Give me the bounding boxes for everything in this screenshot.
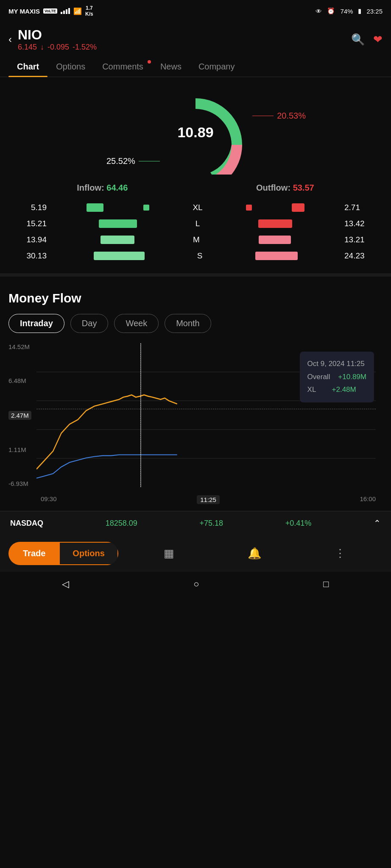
tab-company[interactable]: Company	[190, 57, 243, 77]
filter-intraday[interactable]: Intraday	[8, 314, 64, 333]
chart-x-labels: 09:30 11:25 16:00	[41, 495, 376, 504]
status-carrier: MY MAXIS VoLTE 📶 1.7 K/s	[8, 5, 93, 17]
comments-dot	[148, 60, 151, 64]
crosshair-vertical	[140, 343, 141, 487]
flow-row-s: 30.13 S 24.23	[13, 251, 378, 261]
back-button[interactable]: ‹	[8, 33, 12, 45]
battery-pct: 74%	[340, 8, 353, 15]
filter-week[interactable]: Week	[114, 314, 159, 333]
ticker-info: NIO 6.145 ↓ -0.095 -1.52%	[18, 27, 97, 52]
flow-row-xl: 5.19 XL 2.71	[13, 203, 378, 212]
flow-totals: Inflow: 64.46 Outflow: 53.57	[13, 183, 378, 193]
nasdaq-bar[interactable]: NASDAQ 18258.09 +75.18 +0.41% ⌃	[0, 511, 391, 535]
donut-section: 10.89 25.52% 20.53%	[0, 77, 391, 183]
money-flow-section: Money Flow Intraday Day Week Month 14.52…	[0, 281, 391, 511]
eye-icon: 👁	[316, 8, 322, 15]
donut-left-label: 25.52%	[106, 156, 160, 166]
options-button[interactable]: Options	[60, 542, 118, 565]
status-bar: MY MAXIS VoLTE 📶 1.7 K/s 👁 ⏰ 74% ▮ 23:25	[0, 0, 391, 22]
crosshair-horizontal	[36, 409, 376, 410]
money-flow-title: Money Flow	[8, 291, 383, 305]
flow-bars: 5.19 XL 2.71 15.21 L 13.42 13.94 M 13.21…	[13, 203, 378, 261]
flow-row-l: 15.21 L 13.42	[13, 219, 378, 228]
header-icons: 🔍 ❤	[351, 33, 383, 46]
time-filters: Intraday Day Week Month	[8, 314, 383, 333]
tab-options[interactable]: Options	[47, 57, 94, 77]
tab-news[interactable]: News	[152, 57, 190, 77]
nav-tabs: Chart Options Comments News Company	[0, 57, 391, 77]
nasdaq-chevron-icon[interactable]: ⌃	[374, 518, 381, 528]
flow-section: Inflow: 64.46 Outflow: 53.57 5.19 XL 2.7…	[0, 183, 391, 269]
alarm-icon: ⏰	[327, 7, 335, 15]
inflow-total: Inflow: 64.46	[77, 183, 128, 193]
outflow-total: Outflow: 53.57	[256, 183, 314, 193]
favorite-icon[interactable]: ❤	[373, 33, 383, 46]
clock: 23:25	[366, 8, 383, 15]
header: ‹ NIO 6.145 ↓ -0.095 -1.52% 🔍 ❤	[0, 22, 391, 57]
flow-row-m: 13.94 M 13.21	[13, 235, 378, 244]
nav-icons: ▦ 🔔 ⋮	[127, 547, 383, 560]
trade-options-group: Trade Options	[8, 542, 118, 565]
signal-bars	[61, 8, 70, 14]
system-nav: ◁ ○ □	[0, 572, 391, 596]
header-left: ‹ NIO 6.145 ↓ -0.095 -1.52%	[8, 27, 97, 52]
more-icon[interactable]: ⋮	[335, 547, 346, 560]
tab-comments[interactable]: Comments	[94, 57, 152, 77]
bottom-nav: Trade Options ▦ 🔔 ⋮	[0, 535, 391, 572]
chart-area: 14.52M 6.48M 2.47M 1.11M -6.93M Oct 9, 2…	[7, 343, 384, 504]
chart-y-labels: 14.52M 6.48M 2.47M 1.11M -6.93M	[8, 343, 31, 487]
watchlist-icon[interactable]: ▦	[164, 547, 174, 560]
trade-button[interactable]: Trade	[8, 542, 60, 565]
alerts-icon[interactable]: 🔔	[248, 547, 261, 560]
system-recent-button[interactable]: □	[323, 579, 329, 590]
system-home-button[interactable]: ○	[193, 579, 199, 590]
section-divider	[0, 273, 391, 277]
donut-right-label: 20.53%	[252, 111, 306, 121]
system-back-button[interactable]: ◁	[62, 579, 69, 590]
donut-center-value: 10.89	[177, 124, 213, 141]
chart-tooltip: Oct 9, 2024 11:25 Overall +10.89M XL +2.…	[300, 352, 374, 402]
filter-day[interactable]: Day	[70, 314, 109, 333]
ticker-price: 6.145 ↓ -0.095 -1.52%	[18, 43, 97, 52]
search-icon[interactable]: 🔍	[351, 33, 365, 46]
tab-chart[interactable]: Chart	[8, 57, 47, 77]
status-right: 👁 ⏰ 74% ▮ 23:25	[316, 7, 383, 15]
ticker-symbol: NIO	[18, 27, 97, 43]
filter-month[interactable]: Month	[165, 314, 211, 333]
wifi-icon: 📶	[73, 7, 82, 15]
price-arrow: ↓	[40, 43, 44, 52]
battery-icon: ▮	[358, 7, 361, 15]
